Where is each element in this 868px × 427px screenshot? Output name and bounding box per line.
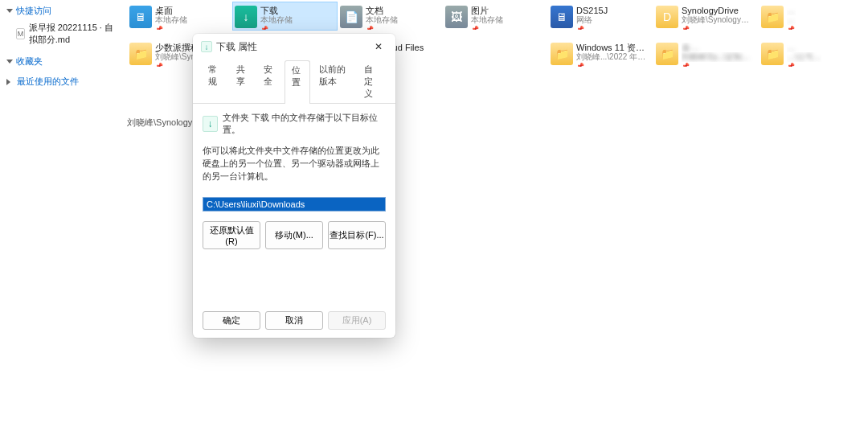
pin-icon: 📌	[366, 25, 398, 31]
close-button[interactable]: ✕	[368, 39, 389, 55]
folder-title: SynologyDrive	[682, 6, 755, 15]
folder-tile[interactable]: 🖥桌面本地存储📌	[127, 2, 232, 31]
pin-icon: 📌	[576, 62, 649, 68]
folder-title: 下载	[260, 6, 293, 15]
tab-4[interactable]: 以前的版本	[312, 60, 355, 103]
folder-title: DS215J	[576, 6, 608, 15]
folder-tile[interactable]: 📁Windows 11 资源管理器...刘晓峰...\2022 年单篇文章📌	[548, 39, 653, 68]
path-input[interactable]	[203, 197, 386, 211]
folder-tile[interactable]: 📁金…刘晓峰\Sy...\定制解决方案📌	[653, 39, 759, 68]
folder-icon: 🖼	[445, 6, 468, 28]
recent-header[interactable]: 最近使用的文件	[6, 76, 121, 88]
folder-icon: 📁	[761, 6, 784, 28]
folder-subtitle: 本地存储	[366, 15, 398, 25]
pin-icon: 📌	[682, 25, 755, 31]
md-file-icon: M	[16, 28, 25, 39]
folder-icon: 🖥	[551, 6, 573, 28]
folder-tile[interactable]: 🖥DS215J网络📌	[548, 2, 653, 31]
move-button[interactable]: 移动(M)...	[265, 221, 323, 249]
tab-1[interactable]: 共享	[229, 60, 256, 103]
folder-icon: 📁	[551, 43, 573, 65]
folder-icon: ↓	[235, 6, 257, 28]
restore-default-button[interactable]: 还原默认值(R)	[203, 221, 260, 249]
folder-icon: 📁	[656, 43, 678, 65]
pin-icon: 📌	[787, 25, 796, 31]
find-target-button[interactable]: 查找目标(F)...	[328, 221, 386, 249]
recent-label: 最近使用的文件	[17, 76, 79, 88]
dialog-tabs: 常规共享安全位置以前的版本自定义	[193, 56, 395, 104]
folder-subtitle: 网络	[576, 15, 608, 25]
sidebar-item-label: 派早报 20221115 · 自拟部分.md	[29, 22, 121, 46]
close-icon: ✕	[375, 41, 383, 52]
dialog-title: 下载 属性	[216, 40, 257, 54]
pin-icon: 📌	[471, 25, 503, 31]
cancel-button[interactable]: 取消	[265, 311, 323, 330]
folder-title: …	[787, 43, 821, 52]
folder-tile[interactable]: DSynologyDrive刘晓峰\SynologyD...\工作📌	[653, 2, 759, 31]
properties-dialog: ↓ 下载 属性 ✕ 常规共享安全位置以前的版本自定义 ↓ 文件夹 下载 中的文件…	[193, 34, 395, 338]
tab-0[interactable]: 常规	[201, 60, 227, 103]
tab-2[interactable]: 安全	[256, 60, 283, 103]
favorites-header[interactable]: 收藏夹	[6, 55, 121, 68]
ok-button[interactable]: 确定	[203, 311, 260, 330]
pin-icon: 📌	[787, 62, 821, 68]
download-folder-icon: ↓	[203, 116, 218, 132]
pin-icon: 📌	[682, 62, 755, 68]
pin-icon: 📌	[260, 25, 293, 31]
tab-5[interactable]: 自定义	[357, 60, 389, 103]
quick-access-label: 快捷访问	[16, 5, 51, 17]
folder-subtitle: …	[787, 15, 796, 25]
folder-subtitle: 本地存储	[260, 15, 293, 25]
pin-icon: 📌	[576, 25, 608, 31]
folder-subtitle: 本地存储	[471, 15, 503, 25]
sidebar: 快捷访问 M 派早报 20221115 · 自拟部分.md 收藏夹 最近使用的文…	[0, 0, 127, 99]
folder-tile[interactable]: 📄文档本地存储📌	[338, 2, 443, 31]
folder-tile[interactable]: ↓下载本地存储📌	[232, 2, 338, 31]
folder-title: 金…	[682, 43, 755, 52]
folder-title: …	[787, 6, 796, 15]
folder-download-icon: ↓	[201, 41, 212, 52]
sidebar-item[interactable]: M 派早报 20221115 · 自拟部分.md	[6, 20, 121, 47]
folder-icon: 📁	[129, 43, 152, 65]
location-heading: 文件夹 下载 中的文件存储于以下目标位置。	[223, 112, 386, 136]
favorites-label: 收藏夹	[16, 55, 43, 68]
folder-title: 图片	[471, 6, 503, 15]
folder-subtitle: …\公号…	[787, 52, 821, 62]
folder-icon: 🖥	[129, 6, 152, 28]
folder-title: 桌面	[155, 6, 187, 15]
location-description: 你可以将此文件夹中文件存储的位置更改为此硬盘上的另一个位置、另一个驱动器或网络上…	[203, 144, 386, 183]
folder-icon: 📁	[761, 43, 784, 65]
apply-button: 应用(A)	[328, 311, 386, 330]
tab-3[interactable]: 位置	[285, 60, 311, 104]
folder-tile[interactable]: 🖼图片本地存储📌	[443, 2, 548, 31]
folder-subtitle: 刘晓峰...\2022 年单篇文章	[576, 52, 649, 62]
folder-tile[interactable]: 📁……📌	[759, 2, 864, 31]
folder-subtitle: 刘晓峰\SynologyD...\工作	[682, 15, 755, 25]
folder-icon: 📄	[340, 6, 362, 28]
pin-icon: 📌	[155, 25, 187, 31]
folder-icon: D	[656, 6, 678, 28]
folder-subtitle: 本地存储	[155, 15, 187, 25]
folder-title: 文档	[366, 6, 398, 15]
folder-subtitle: 刘晓峰\Sy...\定制解决方案	[682, 52, 755, 62]
folder-tile[interactable]: 📁……\公号…📌	[759, 39, 864, 68]
folder-title: Windows 11 资源管理器...	[576, 43, 649, 52]
quick-access-header[interactable]: 快捷访问	[6, 5, 121, 17]
